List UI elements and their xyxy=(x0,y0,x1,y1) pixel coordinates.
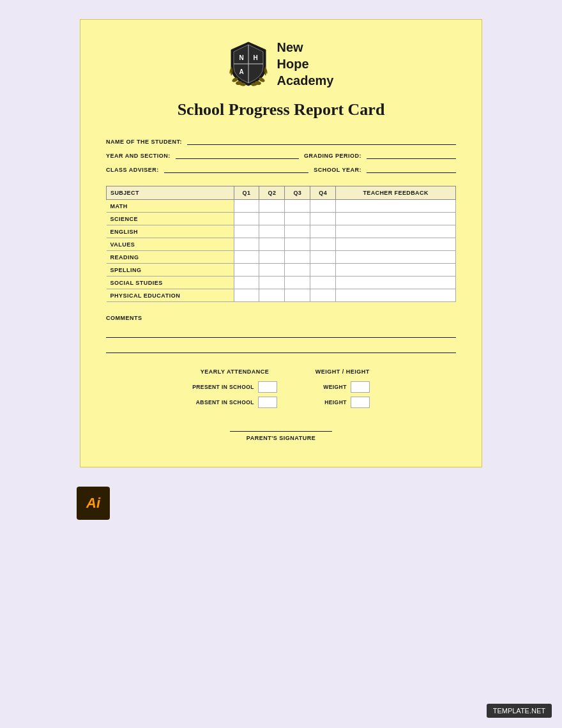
q2-cell xyxy=(259,225,285,238)
subject-cell: READING xyxy=(107,251,234,264)
feedback-cell xyxy=(336,225,456,238)
height-box xyxy=(351,397,370,408)
feedback-header: TEACHER FEEDBACK xyxy=(336,186,456,200)
comment-line-2 xyxy=(106,342,456,353)
q4-cell xyxy=(310,213,336,225)
q4-cell xyxy=(310,264,336,277)
q2-cell xyxy=(259,238,285,251)
feedback-cell xyxy=(336,251,456,264)
table-row: SCIENCE xyxy=(107,213,456,225)
absent-box xyxy=(258,397,277,408)
grades-table: SUBJECT Q1 Q2 Q3 Q4 TEACHER FEEDBACK MAT… xyxy=(106,186,456,302)
q3-cell xyxy=(285,238,310,251)
q3-cell xyxy=(285,225,310,238)
q1-header: Q1 xyxy=(234,186,259,200)
name-label: NAME OF THE STUDENT: xyxy=(106,139,182,145)
table-row: PHYSICAL EDUCATION xyxy=(107,289,456,302)
attendance-title: YEARLY ATTENDANCE xyxy=(201,368,270,375)
q4-cell xyxy=(310,289,336,302)
q1-cell xyxy=(234,225,259,238)
weight-label: WEIGHT xyxy=(323,384,346,390)
q3-cell xyxy=(285,289,310,302)
signature-line xyxy=(230,431,332,432)
weight-box xyxy=(351,381,370,393)
year-section-row: YEAR AND SECTION: GRADING PERIOD: xyxy=(106,150,456,159)
subject-cell: SPELLING xyxy=(107,264,234,277)
template-badge: TEMPLATE.NET xyxy=(487,704,552,718)
weight-height-title: WEIGHT / HEIGHT xyxy=(315,368,370,375)
height-row: HEIGHT xyxy=(315,397,370,408)
table-row: SPELLING xyxy=(107,264,456,277)
table-row: READING xyxy=(107,251,456,264)
q3-cell xyxy=(285,264,310,277)
subject-cell: SOCIAL STUDIES xyxy=(107,277,234,289)
school-year-label: SCHOOL YEAR: xyxy=(314,167,361,173)
feedback-cell xyxy=(336,264,456,277)
q2-header: Q2 xyxy=(259,186,285,200)
year-line xyxy=(176,150,299,159)
height-label: HEIGHT xyxy=(324,399,347,406)
school-logo: N H A xyxy=(229,41,268,87)
q4-cell xyxy=(310,251,336,264)
q3-header: Q3 xyxy=(285,186,310,200)
present-row: PRESENT IN SCHOOL xyxy=(192,381,277,393)
adviser-row: CLASS ADVISER: SCHOOL YEAR: xyxy=(106,164,456,173)
weight-height-block: WEIGHT / HEIGHT WEIGHT HEIGHT xyxy=(315,368,370,412)
table-row: MATH xyxy=(107,200,456,213)
table-header-row: SUBJECT Q1 Q2 Q3 Q4 TEACHER FEEDBACK xyxy=(107,186,456,200)
q1-cell xyxy=(234,200,259,213)
school-year-line xyxy=(367,164,456,173)
q2-cell xyxy=(259,277,285,289)
q2-cell xyxy=(259,200,285,213)
feedback-cell xyxy=(336,238,456,251)
q1-cell xyxy=(234,238,259,251)
grades-section: SUBJECT Q1 Q2 Q3 Q4 TEACHER FEEDBACK MAT… xyxy=(106,186,456,302)
subject-cell: VALUES xyxy=(107,238,234,251)
q4-header: Q4 xyxy=(310,186,336,200)
subject-cell: PHYSICAL EDUCATION xyxy=(107,289,234,302)
signature-section: PARENT'S SIGNATURE xyxy=(106,431,456,441)
q1-cell xyxy=(234,251,259,264)
table-row: ENGLISH xyxy=(107,225,456,238)
q4-cell xyxy=(310,225,336,238)
adviser-label: CLASS ADVISER: xyxy=(106,167,159,173)
present-label: PRESENT IN SCHOOL xyxy=(192,384,254,390)
feedback-cell xyxy=(336,289,456,302)
adviser-line xyxy=(164,164,309,173)
q1-cell xyxy=(234,213,259,225)
q3-cell xyxy=(285,251,310,264)
year-label: YEAR AND SECTION: xyxy=(106,153,171,159)
report-title: School Progress Report Card xyxy=(106,100,456,119)
q4-cell xyxy=(310,277,336,289)
signature-label: PARENT'S SIGNATURE xyxy=(247,435,315,441)
subject-cell: SCIENCE xyxy=(107,213,234,225)
subject-cell: ENGLISH xyxy=(107,225,234,238)
subject-header: SUBJECT xyxy=(107,186,234,200)
q3-cell xyxy=(285,277,310,289)
present-box xyxy=(258,381,277,393)
grading-line xyxy=(367,150,456,159)
feedback-cell xyxy=(336,213,456,225)
school-name: New Hope Academy xyxy=(277,39,334,89)
q4-cell xyxy=(310,200,336,213)
table-row: VALUES xyxy=(107,238,456,251)
weight-row: WEIGHT xyxy=(315,381,370,393)
q2-cell xyxy=(259,213,285,225)
student-name-row: NAME OF THE STUDENT: xyxy=(106,136,456,145)
svg-text:A: A xyxy=(239,68,243,75)
subject-cell: MATH xyxy=(107,200,234,213)
grading-label: GRADING PERIOD: xyxy=(304,153,361,159)
header: N H A New Hope Academy xyxy=(106,39,456,89)
q2-cell xyxy=(259,251,285,264)
comment-line-1 xyxy=(106,326,456,338)
comments-label: COMMENTS xyxy=(106,315,456,321)
comments-section: COMMENTS xyxy=(106,315,456,353)
svg-text:H: H xyxy=(253,54,257,61)
report-card: N H A New Hope Academy School Progress R… xyxy=(80,19,482,467)
absent-row: ABSENT IN SCHOOL xyxy=(192,397,277,408)
q4-cell xyxy=(310,238,336,251)
absent-label: ABSENT IN SCHOOL xyxy=(196,399,254,406)
q3-cell xyxy=(285,213,310,225)
attendance-block: YEARLY ATTENDANCE PRESENT IN SCHOOL ABSE… xyxy=(192,368,277,412)
q1-cell xyxy=(234,264,259,277)
